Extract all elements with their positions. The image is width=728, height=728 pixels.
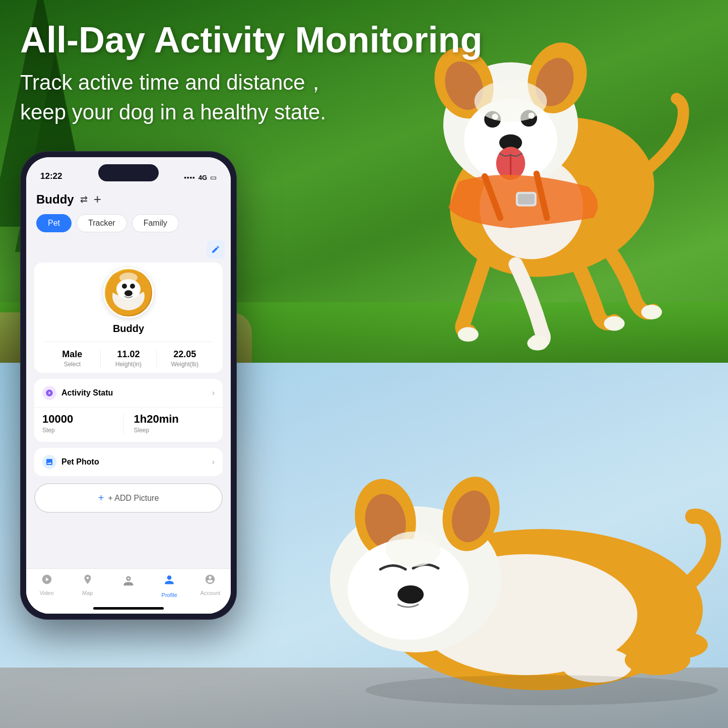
stat-weight-label: Weight(lb) [171,361,198,368]
svg-point-34 [647,631,708,659]
headline-title: All-Day Activity Monitoring [20,20,482,60]
signal-icon: ▪▪▪▪ [184,174,195,181]
steps-stat: 10000 Step [42,413,123,434]
edit-button[interactable] [207,240,225,258]
svg-point-30 [398,585,424,604]
add-picture-label: + ADD Picture [108,494,159,503]
home-indicator [93,607,164,610]
tab-bar: Pet Tracker Family [36,214,221,232]
pet-profile-name: Buddy [113,323,144,335]
app-header: Buddy ⇄ + Pet Tracker Family [26,185,231,232]
svg-point-43 [124,290,133,296]
svg-rect-16 [518,194,535,205]
activity-section-card: Activity Statu › 10000 Step 1h20min Slee… [34,379,223,442]
sleep-stat: 1h20min Sleep [123,413,215,434]
pet-name-row: Buddy ⇄ + [36,191,221,207]
svg-point-42 [130,284,135,289]
headline-subtitle: Track active time and distance， keep you… [20,68,482,127]
dynamic-island [98,164,159,181]
map-label: Map [82,590,93,596]
tab-tracker[interactable]: Tracker [77,214,127,232]
stat-weight-value: 22.05 [173,349,196,360]
svg-point-35 [365,675,718,705]
add-pet-icon[interactable]: + [94,191,101,207]
steps-label: Step [42,427,123,434]
tab-pet[interactable]: Pet [36,214,72,232]
activity-chevron-icon: › [212,388,215,398]
pet-photo-icon [42,455,56,469]
stat-gender: Male Select [44,349,100,368]
activity-stats: 10000 Step 1h20min Sleep [34,407,223,442]
svg-rect-46 [127,577,130,580]
swap-icon[interactable]: ⇄ [80,194,88,205]
activity-section-header[interactable]: Activity Statu › [34,379,223,407]
svg-point-19 [604,316,625,331]
status-icons: ▪▪▪▪ 4G ▭ [184,173,217,181]
nav-account[interactable]: Account [190,574,231,596]
stat-weight: 22.05 Weight(lb) [156,349,213,368]
svg-point-44 [119,273,138,283]
phone-outer-frame: 12:22 ▪▪▪▪ 4G ▭ Buddy ⇄ + [20,151,237,620]
stat-gender-label: Select [64,361,81,368]
nav-profile[interactable]: Profile [149,574,190,598]
sleep-value: 1h20min [134,413,215,426]
stat-height-label: Height(in) [115,361,142,368]
sleep-label: Sleep [134,427,215,434]
doctor-icon [121,574,136,591]
profile-card: Buddy Male Select 11.02 Height(in) 22.05 [34,262,223,373]
pet-photo-section-header[interactable]: Pet Photo › [34,448,223,476]
svg-point-41 [122,284,127,289]
pet-photo-title-row: Pet Photo [42,455,99,469]
map-icon [82,574,93,588]
svg-point-18 [527,336,548,351]
svg-point-21 [475,81,547,122]
nav-video[interactable]: Video [26,574,67,596]
pet-name: Buddy [36,192,74,207]
tab-family[interactable]: Family [132,214,179,232]
app-content: Buddy ⇄ + Pet Tracker Family [26,185,231,614]
steps-value: 10000 [42,413,123,426]
pet-photo-section-card: Pet Photo › [34,448,223,476]
add-plus-icon: + [98,492,104,504]
battery-icon: ▭ [210,173,217,181]
status-time: 12:22 [40,171,62,181]
stat-gender-value: Male [62,349,82,360]
pet-photo-chevron-icon: › [212,457,215,467]
activity-section-title: Activity Statu [61,388,113,398]
video-icon [41,574,52,588]
activity-icon [42,386,56,400]
network-label: 4G [198,174,207,181]
svg-point-17 [458,327,479,342]
nav-doctor[interactable] [108,574,149,593]
profile-icon [163,574,176,590]
svg-point-20 [641,305,662,319]
svg-point-31 [385,532,441,567]
corgi-sleeping-image [315,368,728,728]
add-picture-button[interactable]: + + ADD Picture [34,483,223,513]
headline-section: All-Day Activity Monitoring Track active… [20,20,482,127]
stat-height: 11.02 Height(in) [100,349,157,368]
account-label: Account [201,590,221,596]
account-icon [205,574,216,588]
stat-height-value: 11.02 [117,349,140,360]
profile-label: Profile [162,592,177,598]
phone-mockup: 12:22 ▪▪▪▪ 4G ▭ Buddy ⇄ + [20,151,237,620]
pet-avatar [103,268,154,318]
phone-screen: 12:22 ▪▪▪▪ 4G ▭ Buddy ⇄ + [26,157,231,614]
activity-title-row: Activity Statu [42,386,113,400]
pet-stats: Male Select 11.02 Height(in) 22.05 Weigh… [44,342,213,368]
edit-icon-row [26,240,231,258]
pet-photo-section-title: Pet Photo [61,457,99,467]
video-label: Video [40,590,54,596]
nav-map[interactable]: Map [67,574,108,596]
